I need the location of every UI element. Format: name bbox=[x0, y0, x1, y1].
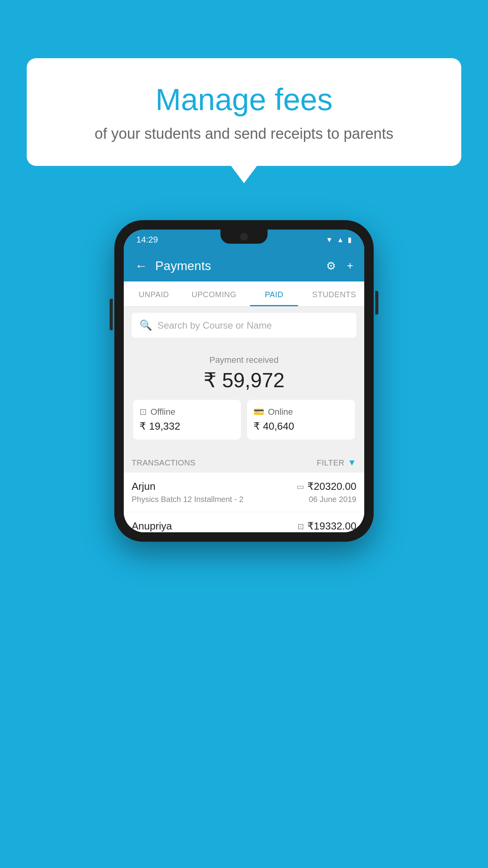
transaction-list: Arjun ▭ ₹20320.00 Physics Batch 12 Insta… bbox=[124, 473, 364, 532]
phone-mockup: 14:29 ▼ ▲ ▮ ← Payments ⚙ + bbox=[114, 220, 374, 542]
offline-amount: ₹ 19,332 bbox=[139, 420, 180, 432]
tab-unpaid[interactable]: UNPAID bbox=[124, 281, 184, 306]
tab-paid[interactable]: PAID bbox=[244, 281, 304, 306]
tooltip-card: Manage fees of your students and send re… bbox=[27, 58, 461, 166]
payment-summary: Payment received ₹ 59,972 ⊡ Offline ₹ 19… bbox=[124, 344, 364, 451]
transaction-date: 06 June 2019 bbox=[309, 495, 356, 504]
wifi-icon: ▼ bbox=[326, 236, 333, 244]
add-icon[interactable]: + bbox=[347, 259, 353, 272]
transaction-name: Anupriya bbox=[132, 520, 172, 532]
phone-screen: 14:29 ▼ ▲ ▮ ← Payments ⚙ + bbox=[124, 230, 364, 532]
filter-icon: ▼ bbox=[348, 458, 356, 468]
payment-cards: ⊡ Offline ₹ 19,332 💳 Online ₹ 40,640 bbox=[132, 400, 356, 443]
online-payment-icon: ▭ bbox=[297, 482, 304, 491]
offline-icon: ⊡ bbox=[139, 407, 147, 417]
app-header: ← Payments ⚙ + bbox=[124, 250, 364, 281]
tooltip-title: Manage fees bbox=[46, 82, 442, 118]
filter-button[interactable]: FILTER ▼ bbox=[317, 458, 356, 468]
signal-icon: ▲ bbox=[337, 236, 344, 244]
table-row[interactable]: Arjun ▭ ₹20320.00 Physics Batch 12 Insta… bbox=[124, 473, 364, 512]
phone-power-button bbox=[375, 291, 378, 314]
phone-notch bbox=[220, 230, 268, 244]
settings-icon[interactable]: ⚙ bbox=[326, 259, 336, 272]
header-title: Payments bbox=[155, 259, 315, 273]
battery-icon: ▮ bbox=[348, 235, 352, 244]
search-bar[interactable]: 🔍 Search by Course or Name bbox=[132, 313, 356, 338]
offline-label: Offline bbox=[150, 407, 175, 417]
back-button[interactable]: ← bbox=[135, 259, 147, 273]
search-container: 🔍 Search by Course or Name bbox=[124, 307, 364, 344]
table-row[interactable]: Anupriya ⊡ ₹19332.00 bbox=[124, 512, 364, 532]
offline-card: ⊡ Offline ₹ 19,332 bbox=[133, 400, 241, 440]
transaction-name: Arjun bbox=[132, 480, 156, 493]
transaction-amount: ₹20320.00 bbox=[307, 480, 356, 493]
online-card: 💳 Online ₹ 40,640 bbox=[247, 400, 355, 440]
tabs-bar: UNPAID UPCOMING PAID STUDENTS bbox=[124, 281, 364, 307]
search-icon: 🔍 bbox=[139, 319, 152, 331]
online-label: Online bbox=[268, 407, 293, 417]
status-time: 14:29 bbox=[136, 235, 158, 245]
phone-camera bbox=[240, 233, 248, 241]
tab-students[interactable]: STUDENTS bbox=[304, 281, 364, 306]
transactions-header: TRANSACTIONS FILTER ▼ bbox=[124, 451, 364, 473]
payment-received-label: Payment received bbox=[132, 355, 356, 365]
tooltip-subtitle: of your students and send receipts to pa… bbox=[46, 125, 442, 142]
payment-amount: ₹ 59,972 bbox=[132, 368, 356, 392]
offline-payment-icon: ⊡ bbox=[297, 522, 304, 531]
online-amount: ₹ 40,640 bbox=[253, 420, 294, 432]
tab-upcoming[interactable]: UPCOMING bbox=[184, 281, 244, 306]
search-placeholder: Search by Course or Name bbox=[158, 320, 272, 331]
status-icons: ▼ ▲ ▮ bbox=[326, 235, 352, 244]
online-icon: 💳 bbox=[253, 407, 264, 417]
transaction-amount: ₹19332.00 bbox=[307, 520, 356, 532]
transaction-course: Physics Batch 12 Installment - 2 bbox=[132, 495, 244, 504]
amount-wrap: ⊡ ₹19332.00 bbox=[297, 520, 356, 532]
phone-volume-button bbox=[110, 299, 113, 330]
filter-label: FILTER bbox=[317, 458, 344, 467]
transactions-label: TRANSACTIONS bbox=[132, 458, 196, 467]
amount-wrap: ▭ ₹20320.00 bbox=[297, 480, 356, 493]
